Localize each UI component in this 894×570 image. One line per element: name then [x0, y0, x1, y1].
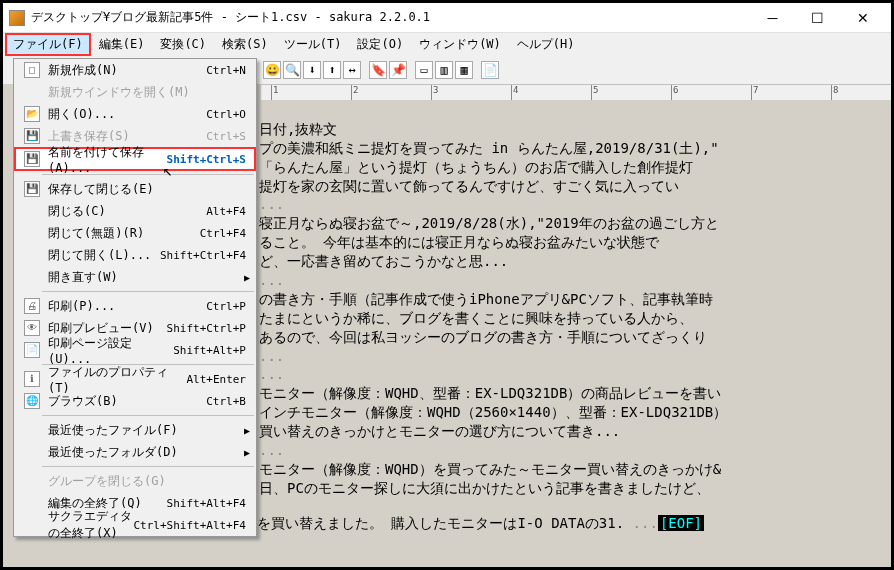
text-line: 買い替えのきっかけとモニターの選び方について書き...	[259, 423, 620, 439]
menu-edit[interactable]: 編集(E)	[91, 33, 153, 56]
tool-icon-3[interactable]: ⬇	[303, 61, 321, 79]
text-line: インチモニター（解像度：WQHD（2560×1440）、型番：EX-LDQ321…	[259, 404, 727, 420]
tool-icon-7[interactable]: 📌	[389, 61, 407, 79]
file-menu-dropdown: □ 新規作成(N) Ctrl+N 新規ウインドウを開く(M) 📂 開く(O)..…	[13, 58, 257, 537]
menu-file[interactable]: ファイル(F)	[5, 33, 91, 56]
tool-icon-5[interactable]: ↔	[343, 61, 361, 79]
menu-close[interactable]: 閉じる(C) Alt+F4	[14, 200, 256, 222]
title-text: デスクトップ¥ブログ最新記事5件 - シート1.csv - sakura 2.2…	[31, 9, 750, 26]
menu-page-setup[interactable]: 📄 印刷ページ設定(U)... Shift+Alt+P	[14, 339, 256, 361]
properties-icon: ℹ	[24, 371, 40, 387]
menu-separator	[42, 466, 254, 467]
save-as-icon: 💾	[24, 151, 40, 167]
app-icon	[9, 10, 25, 26]
menu-help[interactable]: ヘルプ(H)	[509, 33, 583, 56]
menu-convert[interactable]: 変換(C)	[152, 33, 214, 56]
open-icon: 📂	[24, 106, 40, 122]
menu-print[interactable]: 🖨 印刷(P)... Ctrl+P	[14, 295, 256, 317]
eof-marker: [EOF]	[658, 515, 704, 531]
menu-settings[interactable]: 設定(O)	[349, 33, 411, 56]
new-icon: □	[24, 62, 40, 78]
text-line: 日付,抜粋文	[259, 121, 337, 137]
window-controls: ─ ☐ ✕	[750, 4, 885, 32]
text-line: あるので、今回は私ヨッシーのブログの書き方・手順についてざっくり	[259, 329, 707, 345]
menu-recent-folders[interactable]: 最近使ったフォルダ(D) ▶	[14, 441, 256, 463]
text-line: 「らんたん屋」という提灯（ちょうちん）のお店で購入した創作提灯	[259, 159, 693, 175]
text-line: 提灯を家の玄関に置いて飾ってるんですけど、すごく気に入ってい	[259, 178, 679, 194]
menu-bar: ファイル(F) 編集(E) 変換(C) 検索(S) ツール(T) 設定(O) ウ…	[3, 33, 891, 56]
maximize-button[interactable]: ☐	[795, 4, 840, 32]
tool-icon-4[interactable]: ⬆	[323, 61, 341, 79]
page-setup-icon: 📄	[24, 342, 40, 358]
submenu-arrow-icon: ▶	[244, 447, 250, 458]
title-bar: デスクトップ¥ブログ最新記事5件 - シート1.csv - sakura 2.2…	[3, 3, 891, 33]
tool-icon-1[interactable]: 😀	[263, 61, 281, 79]
menu-save-as[interactable]: 💾 名前を付けて保存(A)... Shift+Ctrl+S	[14, 147, 256, 171]
text-line: の書き方・手順（記事作成で使うiPhoneアプリ&PCソフト、記事執筆時	[259, 291, 713, 307]
menu-exit-all[interactable]: サクラエディタの全終了(X) Ctrl+Shift+Alt+F4	[14, 514, 256, 536]
tool-icon-6[interactable]: 🔖	[369, 61, 387, 79]
menu-properties[interactable]: ℹ ファイルのプロパティ(T) Alt+Enter	[14, 368, 256, 390]
text-line: 寝正月ならぬ寝お盆で～,2019/8/28(水),"2019年のお盆の過ごし方と	[259, 215, 719, 231]
text-line: ど、一応書き留めておこうかなと思...	[259, 253, 508, 269]
tool-icon-11[interactable]: 📄	[481, 61, 499, 79]
text-line: ること。 今年は基本的には寝正月ならぬ寝お盆みたいな状態で	[259, 234, 659, 250]
menu-separator	[42, 415, 254, 416]
menu-close-group[interactable]: グループを閉じる(G)	[14, 470, 256, 492]
editor-text[interactable]: 日付,抜粋文 プの美濃和紙ミニ提灯を買ってみた in らんたん屋,2019/8/…	[259, 101, 885, 498]
print-icon: 🖨	[24, 298, 40, 314]
menu-browse[interactable]: 🌐 ブラウズ(B) Ctrl+B	[14, 390, 256, 412]
text-line: 日、PCのモニター探しに大須に出かけたという記事を書きましたけど、	[259, 480, 710, 496]
preview-icon: 👁	[24, 320, 40, 336]
tool-icon-2[interactable]: 🔍	[283, 61, 301, 79]
browse-icon: 🌐	[24, 393, 40, 409]
close-button[interactable]: ✕	[840, 4, 885, 32]
submenu-arrow-icon: ▶	[244, 272, 250, 283]
text-line: プの美濃和紙ミニ提灯を買ってみた in らんたん屋,2019/8/31(土),"	[259, 140, 719, 156]
tool-icon-9[interactable]: ▥	[435, 61, 453, 79]
ruler: 1 2 3 4 5 6 7 8	[261, 84, 891, 100]
menu-open[interactable]: 📂 開く(O)... Ctrl+O	[14, 103, 256, 125]
menu-new[interactable]: □ 新規作成(N) Ctrl+N	[14, 59, 256, 81]
menu-reopen[interactable]: 開き直す(W) ▶	[14, 266, 256, 288]
save-close-icon: 💾	[24, 181, 40, 197]
text-line: モニター（解像度：WQHD）を買ってみた～モニター買い替えのきっかけ&	[259, 461, 721, 477]
menu-new-window[interactable]: 新規ウインドウを開く(M)	[14, 81, 256, 103]
menu-window[interactable]: ウィンドウ(W)	[411, 33, 509, 56]
menu-recent-files[interactable]: 最近使ったファイル(F) ▶	[14, 419, 256, 441]
save-icon: 💾	[24, 128, 40, 144]
text-line: たまにというか稀に、ブログを書くことに興味を持っている人から、	[259, 310, 693, 326]
tool-icon-8[interactable]: ▭	[415, 61, 433, 79]
text-line: モニター（解像度：WQHD、型番：EX-LDQ321DB）の商品レビューを書い	[259, 385, 721, 401]
menu-save-close[interactable]: 💾 保存して閉じる(E)	[14, 178, 256, 200]
minimize-button[interactable]: ─	[750, 4, 795, 32]
submenu-arrow-icon: ▶	[244, 425, 250, 436]
menu-close-nosave[interactable]: 閉じて(無題)(R) Ctrl+F4	[14, 222, 256, 244]
menu-tools[interactable]: ツール(T)	[276, 33, 350, 56]
menu-close-open[interactable]: 閉じて開く(L)... Shift+Ctrl+F4	[14, 244, 256, 266]
menu-search[interactable]: 検索(S)	[214, 33, 276, 56]
menu-separator	[42, 291, 254, 292]
tool-icon-10[interactable]: ▦	[455, 61, 473, 79]
